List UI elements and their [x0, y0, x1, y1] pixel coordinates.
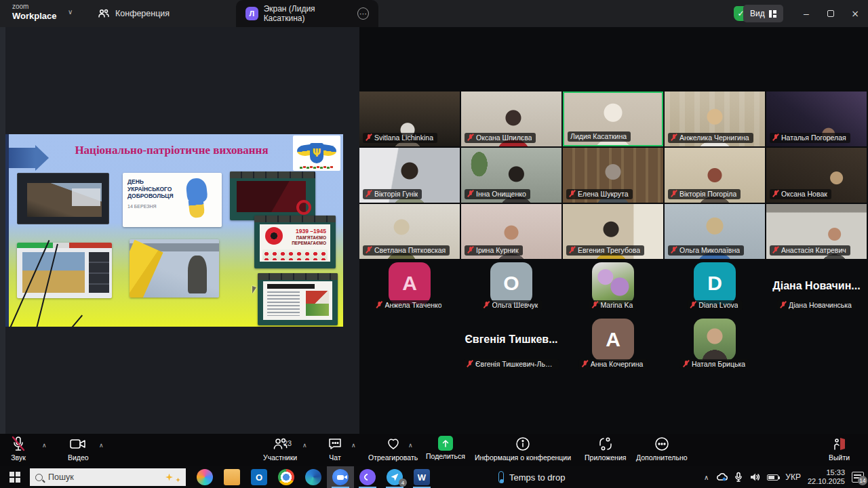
avatar: D — [694, 262, 736, 304]
participant-name: Інна Онищенко — [476, 190, 526, 198]
audio-button[interactable]: Звук — [11, 436, 26, 462]
more-button[interactable]: Дополнительно — [636, 436, 688, 462]
participant-name: Наталя Брицька — [692, 360, 745, 368]
poppy-icon — [265, 227, 283, 245]
title-bar: zoom Workplace ∨ Конференция Л Экран (Ли… — [0, 0, 868, 27]
taskbar-clock[interactable]: 15:33 22.10.2025 — [808, 468, 845, 486]
participant-tile[interactable]: Наталья Погорелая — [766, 92, 867, 146]
participant-tile[interactable]: Вікторія Погоріла — [665, 148, 765, 203]
participants-count: 23 — [283, 439, 292, 447]
weather-widget[interactable]: Temps to drop — [498, 466, 565, 488]
video-chevron[interactable]: ∧ — [99, 442, 104, 449]
speaker-icon[interactable] — [749, 472, 760, 482]
branch-decoration — [56, 314, 83, 327]
participant-tile[interactable]: A Анжела Ткаченко — [359, 260, 460, 314]
tray-mic-icon[interactable] — [734, 472, 743, 483]
slide-thumb-dark-presentation — [230, 171, 315, 220]
leave-button[interactable]: Выйти — [829, 436, 850, 462]
participant-tile[interactable]: Marina Ka — [563, 260, 663, 314]
participant-tile[interactable]: D Diana Lvova — [665, 260, 765, 314]
participant-name: Вікторія Погоріла — [679, 190, 736, 198]
participant-tile[interactable]: Інна Онищенко — [461, 148, 561, 203]
participant-tile[interactable]: Ірина Курник — [461, 204, 561, 259]
meeting-info-button[interactable]: Информация о конференции — [475, 436, 571, 462]
volunteer-title: ДЕНЬ УКРАЇНСЬКОГО ДОБРОВОЛЬЦЯ — [127, 178, 180, 200]
participant-name: Анжелика Чернигина — [679, 134, 749, 142]
participant-tile[interactable]: Наталя Брицька — [665, 316, 765, 373]
participant-tile[interactable]: O Ольга Шевчук — [461, 260, 561, 314]
onedrive-cloud-icon[interactable] — [715, 472, 728, 482]
participant-tile[interactable]: Анастасія Катревич — [766, 204, 867, 259]
view-button[interactable]: Вид — [743, 5, 783, 22]
participant-tile[interactable]: Светлана Пятковская — [359, 204, 460, 259]
video-button[interactable]: Видео — [68, 436, 89, 462]
participant-tile[interactable]: Евгения Трегубова — [563, 204, 663, 259]
taskbar-app-viber[interactable] — [354, 466, 381, 488]
share-button[interactable]: Поделиться — [426, 436, 465, 460]
participant-name: Вікторія Гунік — [374, 190, 418, 198]
taskbar-app-explorer[interactable] — [218, 466, 245, 488]
maximize-button[interactable] — [819, 0, 842, 27]
tab-options-icon[interactable]: ⋯ — [357, 7, 369, 20]
taskbar-app-word[interactable]: W — [408, 466, 435, 488]
participant-tile[interactable]: Євгенія Тишкев... Євгенія Тишкевич-Львов… — [461, 316, 561, 373]
tray-chevron-icon[interactable]: ∧ — [704, 474, 709, 481]
participants-chevron[interactable]: ∧ — [302, 442, 307, 449]
logo-line2: Workplace — [12, 12, 57, 20]
apps-button[interactable]: Приложения — [585, 436, 626, 462]
react-button[interactable]: Отреагировать — [368, 436, 418, 462]
participant-name: Діана Новачинська — [789, 301, 852, 309]
participant-tile[interactable]: Вікторія Гунік — [359, 148, 460, 203]
share-label: Поделиться — [426, 452, 465, 460]
participant-name: Светлана Пятковская — [374, 246, 446, 254]
language-indicator[interactable]: УКР — [785, 472, 801, 482]
mic-muted-icon — [366, 246, 372, 254]
slide-arrow-shape — [5, 148, 35, 168]
mic-muted-icon — [671, 190, 677, 198]
chat-button[interactable]: Чат — [327, 436, 343, 462]
notification-center-icon[interactable]: 14 — [852, 472, 864, 483]
avatar: O — [490, 262, 532, 304]
participant-name: Анна Кочергина — [591, 360, 644, 368]
participant-tile[interactable]: Елена Шукрута — [563, 148, 663, 203]
audio-chevron[interactable]: ∧ — [42, 442, 47, 449]
participant-name: Елена Шукрута — [578, 190, 629, 198]
participant-tile[interactable]: A Анна Кочергина — [563, 316, 663, 373]
taskbar-app-edge[interactable] — [300, 466, 327, 488]
mic-muted-icon — [772, 134, 779, 142]
taskbar-app-messenger[interactable]: 4 — [381, 466, 408, 488]
tab-conference[interactable]: Конференция — [88, 0, 179, 27]
start-button[interactable] — [0, 466, 30, 488]
participants-button[interactable]: Участники — [263, 436, 297, 462]
react-chevron[interactable]: ∧ — [408, 442, 413, 449]
mic-muted-icon — [592, 301, 599, 309]
participant-tile[interactable]: Діана Новачин... Діана Новачинська — [766, 260, 867, 314]
participant-tile-active-speaker[interactable]: Лидия Касаткина — [563, 92, 663, 146]
shared-screen-pane[interactable]: Національно-патріотичне виховання Ψ ДЕНЬ… — [0, 27, 359, 434]
view-grid-icon — [769, 10, 776, 18]
tab-screen-share[interactable]: Л Экран (Лидия Касаткина) ⋯ — [236, 0, 378, 27]
mic-muted-icon — [467, 360, 473, 368]
taskbar-app-zoom[interactable] — [327, 466, 354, 488]
participant-name: Diana Lvova — [698, 301, 738, 309]
close-button[interactable]: × — [844, 0, 867, 27]
minimize-button[interactable]: – — [795, 0, 818, 27]
chevron-down-icon[interactable]: ∨ — [68, 8, 73, 16]
taskbar-app-copilot[interactable] — [191, 466, 218, 488]
apps-icon — [597, 436, 614, 452]
participant-tile[interactable]: Оксана Шпилєва — [461, 92, 561, 146]
copilot-sparkle-icon — [176, 478, 180, 483]
windows-taskbar: Пошук O 4 W Temps to drop ∧ — [0, 466, 868, 488]
participant-tile[interactable]: Svitlana Lichinkina — [359, 92, 460, 146]
participant-tile[interactable]: Оксана Новак — [766, 148, 867, 203]
participant-name: Marina Ka — [601, 301, 633, 309]
participant-tile[interactable]: Ольга Миколаївна — [665, 204, 765, 259]
battery-icon[interactable] — [767, 474, 778, 481]
taskbar-app-outlook[interactable]: O — [245, 466, 273, 488]
search-input[interactable]: Пошук — [30, 468, 186, 486]
chat-chevron[interactable]: ∧ — [351, 442, 356, 449]
zoom-workplace-logo: zoom Workplace — [12, 3, 57, 20]
audio-label: Звук — [11, 453, 26, 462]
taskbar-app-chrome[interactable] — [273, 466, 300, 488]
participant-tile[interactable]: Анжелика Чернигина — [665, 92, 765, 146]
